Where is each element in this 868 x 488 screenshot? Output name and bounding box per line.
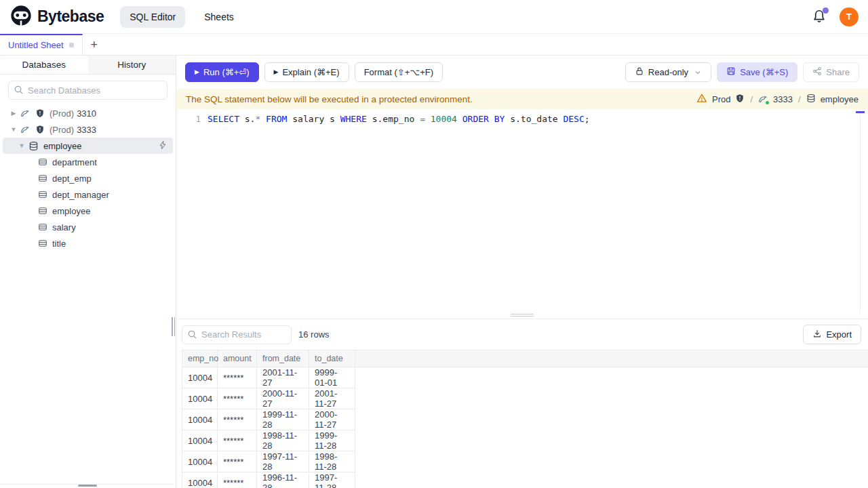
- tree-table-title[interactable]: title: [0, 235, 176, 251]
- tree-table-dept-manager[interactable]: dept_manager: [0, 186, 176, 203]
- banner-message: The SQL statement below will be executed…: [186, 94, 473, 104]
- database-name: employee: [43, 141, 81, 151]
- search-results-input[interactable]: [182, 325, 292, 344]
- search-databases-input[interactable]: [8, 81, 167, 100]
- tree-database-employee[interactable]: ▼ employee: [3, 138, 173, 154]
- table-row[interactable]: 10004******2001-11-279999-01-01: [182, 367, 868, 388]
- nav-sheets[interactable]: Sheets: [195, 6, 243, 28]
- share-icon: [812, 66, 822, 78]
- column-header[interactable]: amount: [218, 350, 257, 367]
- unsaved-indicator: [69, 43, 74, 47]
- explain-button[interactable]: ▶ Explain (⌘+E): [264, 62, 349, 82]
- mysql-icon: [758, 94, 768, 104]
- sidebar-horizontal-scrollbar[interactable]: [0, 484, 173, 487]
- table-name: department: [52, 157, 97, 167]
- results-table: emp_no amount from_date to_date 10004***…: [182, 350, 868, 488]
- tree-instance-3333[interactable]: ▼ (Prod) 3333: [0, 121, 176, 138]
- sql-editor[interactable]: 1 SELECT s.* FROM salary s WHERE s.emp_n…: [176, 109, 868, 312]
- tree-table-department[interactable]: department: [0, 154, 176, 170]
- save-button[interactable]: Save (⌘+S): [717, 62, 797, 82]
- user-avatar[interactable]: T: [840, 7, 859, 26]
- environment-label: Prod: [712, 94, 730, 104]
- table-icon: [38, 222, 47, 232]
- row-count: 16 rows: [298, 329, 330, 340]
- sheet-tab-label: Untitled Sheet: [8, 40, 64, 50]
- scrollbar-thumb[interactable]: [78, 485, 97, 487]
- tab-history[interactable]: History: [88, 56, 176, 74]
- editor-overview-ruler: [860, 109, 861, 312]
- tree-table-dept-emp[interactable]: dept_emp: [0, 170, 176, 186]
- protected-environment-banner: The SQL statement below will be executed…: [176, 89, 868, 109]
- table-row[interactable]: 10004******1998-11-281999-11-28: [182, 430, 868, 451]
- environment-shield-icon: [35, 108, 45, 118]
- breadcrumb-separator: /: [797, 94, 802, 104]
- share-button[interactable]: Share: [803, 62, 859, 82]
- run-button[interactable]: ▶ Run (⌘+⏎): [185, 62, 259, 82]
- table-icon: [38, 206, 47, 216]
- export-button[interactable]: Export: [803, 325, 861, 344]
- brand-logo[interactable]: Bytebase: [9, 4, 104, 30]
- sheet-tab-bar: Untitled Sheet +: [0, 34, 868, 56]
- caret-down-icon[interactable]: ▼: [9, 126, 18, 133]
- lock-icon: [635, 66, 644, 78]
- editor-toolbar: ▶ Run (⌘+⏎) ▶ Explain (⌘+E) Format (⇧+⌥+…: [176, 56, 868, 89]
- tree-table-salary[interactable]: salary: [0, 219, 176, 235]
- notifications-button[interactable]: [811, 9, 827, 25]
- table-name: dept_emp: [52, 174, 92, 184]
- table-icon: [38, 190, 47, 199]
- table-icon: [38, 174, 47, 183]
- sidebar-tabs: Databases History: [0, 56, 176, 75]
- database-icon: [28, 141, 39, 151]
- tree-table-employee[interactable]: employee: [0, 203, 176, 219]
- database-label: employee: [821, 94, 859, 104]
- results-header: 16 rows Export: [176, 319, 868, 350]
- sheet-tab-untitled[interactable]: Untitled Sheet: [0, 34, 83, 55]
- table-row[interactable]: 10004******1996-11-281997-11-28: [182, 472, 868, 488]
- code-line[interactable]: 1 SELECT s.* FROM salary s WHERE s.emp_n…: [176, 112, 868, 125]
- column-header[interactable]: emp_no: [182, 350, 218, 367]
- table-icon: [38, 157, 47, 167]
- column-header[interactable]: to_date: [309, 350, 355, 367]
- panel-resize-handle[interactable]: [172, 317, 177, 336]
- database-tree: ▶ (Prod) 3310: [0, 104, 176, 488]
- quick-action-button[interactable]: [158, 140, 167, 152]
- instance-env-label: (Prod): [50, 125, 74, 135]
- column-header[interactable]: from_date: [257, 350, 309, 367]
- caret-down-icon[interactable]: ▼: [18, 142, 26, 149]
- table-icon: [38, 239, 47, 248]
- nav-sql-editor[interactable]: SQL Editor: [120, 6, 185, 28]
- mysql-icon: [20, 108, 31, 119]
- tab-databases[interactable]: Databases: [0, 56, 88, 74]
- play-icon: ▶: [274, 69, 279, 75]
- bytebase-logo-icon: [9, 4, 33, 30]
- results-panel: 16 rows Export: [176, 319, 868, 488]
- search-icon: [187, 329, 197, 342]
- tree-instance-3310[interactable]: ▶ (Prod) 3310: [0, 105, 176, 121]
- sidebar: Databases History ▶: [0, 56, 176, 488]
- table-header-row: emp_no amount from_date to_date: [182, 350, 868, 367]
- table-row[interactable]: 10004******2000-11-272001-11-27: [182, 388, 868, 409]
- main-panel: ▶ Run (⌘+⏎) ▶ Explain (⌘+E) Format (⇧+⌥+…: [176, 56, 868, 488]
- app-header: Bytebase SQL Editor Sheets T: [0, 0, 868, 34]
- save-icon: [726, 66, 736, 78]
- environment-shield-icon: [35, 125, 45, 134]
- breadcrumb-separator: /: [749, 94, 753, 104]
- format-button[interactable]: Format (⇧+⌥+F): [355, 62, 443, 82]
- instance-name: 3310: [77, 108, 96, 119]
- caret-right-icon[interactable]: ▶: [9, 110, 18, 117]
- instance-env-label: (Prod): [50, 108, 74, 119]
- plus-icon: +: [90, 38, 98, 52]
- search-icon: [14, 85, 24, 98]
- notification-badge: [823, 7, 829, 14]
- cursor-position-marker: [856, 111, 865, 113]
- bytebase-sql-editor: Bytebase SQL Editor Sheets T Untitled Sh…: [0, 0, 868, 488]
- results-resize-handle[interactable]: [176, 312, 868, 319]
- database-icon: [806, 94, 816, 105]
- results-table-container[interactable]: emp_no amount from_date to_date 10004***…: [176, 350, 868, 488]
- readonly-mode-dropdown[interactable]: Read-only: [625, 62, 711, 82]
- table-row[interactable]: 10004******1997-11-281998-11-28: [182, 451, 868, 472]
- new-sheet-button[interactable]: +: [83, 34, 106, 55]
- table-row[interactable]: 10004******1999-11-282000-11-27: [182, 409, 868, 430]
- table-name: dept_manager: [52, 190, 109, 200]
- brand-name: Bytebase: [37, 7, 104, 26]
